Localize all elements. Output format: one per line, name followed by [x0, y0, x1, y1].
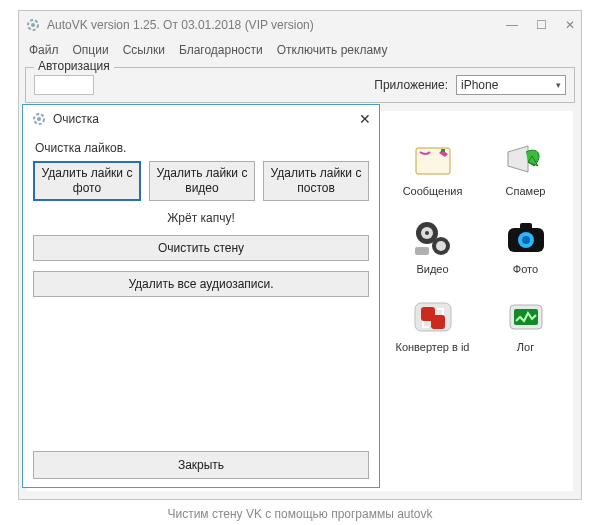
minimize-button[interactable]: —	[506, 18, 518, 32]
spammer-icon	[504, 141, 548, 181]
svg-point-10	[436, 241, 446, 251]
clear-wall-button[interactable]: Очистить стену	[33, 235, 369, 261]
delete-likes-video-button[interactable]: Удалить лайки с видео	[149, 161, 255, 201]
grid-label: Сообщения	[403, 185, 463, 197]
grid-label: Конвертер в id	[396, 341, 470, 353]
svg-point-8	[425, 231, 429, 235]
svg-rect-11	[415, 247, 429, 255]
menu-file[interactable]: Файл	[29, 43, 59, 57]
close-icon[interactable]: ✕	[359, 111, 371, 127]
close-window-button[interactable]: ✕	[565, 18, 575, 32]
converter-icon	[411, 297, 455, 337]
app-select-label: Приложение:	[374, 78, 448, 92]
dialog-subtitle: Очистка лайков.	[35, 141, 369, 155]
auth-group: Авторизация Приложение: iPhone ▾	[25, 67, 575, 103]
menu-options[interactable]: Опции	[73, 43, 109, 57]
grid-label: Фото	[513, 263, 538, 275]
grid-label: Лог	[517, 341, 534, 353]
svg-point-1	[31, 23, 35, 27]
window-title: AutoVK version 1.25. От 03.01.2018 (VIP …	[47, 18, 506, 32]
menu-disable-ads[interactable]: Отключить рекламу	[277, 43, 388, 57]
delete-all-audio-button[interactable]: Удалить все аудиозаписи.	[33, 271, 369, 297]
log-icon	[504, 297, 548, 337]
grid-item-video[interactable]: Видео	[389, 219, 476, 275]
figure-caption: Чистим стену VK с помощью программы auto…	[0, 507, 600, 521]
cleanup-dialog: Очистка ✕ Очистка лайков. Удалить лайки …	[22, 104, 380, 488]
icon-grid: Сообщения Спамер	[389, 141, 569, 353]
grid-item-photo[interactable]: Фото	[482, 219, 569, 275]
titlebar: AutoVK version 1.25. От 03.01.2018 (VIP …	[19, 11, 581, 39]
grid-item-spammer[interactable]: Спамер	[482, 141, 569, 197]
auth-legend: Авторизация	[34, 59, 114, 73]
delete-likes-photo-button[interactable]: Удалить лайки с фото	[33, 161, 141, 201]
menu-thanks[interactable]: Благодарности	[179, 43, 263, 57]
svg-point-22	[37, 117, 41, 121]
captcha-note: Жрёт капчу!	[33, 211, 369, 225]
dialog-icon	[31, 111, 47, 127]
auth-field[interactable]	[34, 75, 94, 95]
delete-likes-posts-button[interactable]: Удалить лайки с постов	[263, 161, 369, 201]
app-select[interactable]: iPhone ▾	[456, 75, 566, 95]
svg-rect-3	[441, 149, 445, 152]
svg-marker-4	[508, 146, 528, 172]
fade-overlay	[590, 0, 600, 525]
menu-links[interactable]: Ссылки	[123, 43, 165, 57]
svg-rect-13	[520, 223, 532, 230]
chevron-down-icon: ▾	[556, 80, 561, 90]
grid-item-converter[interactable]: Конвертер в id	[389, 297, 476, 353]
close-dialog-button[interactable]: Закрыть	[33, 451, 369, 479]
dialog-title: Очистка	[53, 112, 359, 126]
maximize-button[interactable]: ☐	[536, 18, 547, 32]
app-icon	[25, 17, 41, 33]
svg-point-15	[522, 236, 530, 244]
video-icon	[411, 219, 455, 259]
grid-item-log[interactable]: Лог	[482, 297, 569, 353]
photo-icon	[504, 219, 548, 259]
svg-rect-18	[431, 315, 445, 329]
dialog-titlebar: Очистка ✕	[23, 105, 379, 133]
app-select-value: iPhone	[461, 78, 498, 92]
messages-icon	[411, 141, 455, 181]
grid-label: Видео	[416, 263, 448, 275]
grid-item-messages[interactable]: Сообщения	[389, 141, 476, 197]
grid-label: Спамер	[506, 185, 546, 197]
